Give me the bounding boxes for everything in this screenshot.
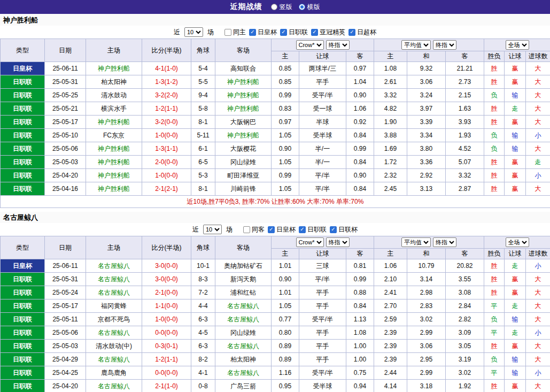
score-cell[interactable]: 3-0(0-0) <box>142 259 191 273</box>
header-group-row: 类型日期主场比分(半场)角球客场Crow*终指平均值终指全场 <box>1 39 550 51</box>
away-team-cell[interactable]: 名古屋鲸八 <box>215 313 272 326</box>
recent-count-select[interactable]: 10 <box>203 225 222 234</box>
home-team-cell[interactable]: 鹿岛鹿角 <box>86 366 142 380</box>
competition-cell: 日职联 <box>1 366 45 380</box>
score-cell[interactable]: 2-1(2-1) <box>142 182 191 196</box>
home-team-cell[interactable]: 名古屋鲸八 <box>86 326 142 340</box>
home-team-cell[interactable]: 神户胜利船 <box>86 169 142 182</box>
away-team-cell[interactable]: 名古屋鲸八 <box>215 340 272 353</box>
score-cell[interactable]: 2-1(1-0) <box>142 380 191 392</box>
scope-select[interactable]: 全场 <box>506 40 529 50</box>
result-goals-cell: 大 <box>526 313 550 326</box>
away-team-cell[interactable]: 大阪樱花 <box>215 142 272 156</box>
scope-select[interactable]: 全场 <box>506 237 529 247</box>
competition-checkbox[interactable]: ✓日超杯 <box>348 28 376 37</box>
score-cell[interactable]: 1-0(0-0) <box>142 313 191 326</box>
away-team-cell[interactable]: 川崎前锋 <box>215 182 272 196</box>
home-team-cell[interactable]: 横滨水手 <box>86 102 142 116</box>
home-team-cell[interactable]: 福冈黄蜂 <box>86 299 142 313</box>
avg-final-select[interactable]: 终指 <box>433 237 456 247</box>
away-team-cell[interactable]: 神户胜利船 <box>215 89 272 102</box>
score-cell[interactable]: 1-0(0-0) <box>142 169 191 182</box>
home-team-cell[interactable]: 神户胜利船 <box>86 182 142 196</box>
away-team-cell[interactable]: 柏太阳神 <box>215 353 272 366</box>
result-handicap-cell: 输 <box>505 366 526 380</box>
score-cell[interactable]: 1-2(1-1) <box>142 353 191 366</box>
away-team-cell[interactable]: 奥纳加钴矿石 <box>215 259 272 273</box>
odds-provider-select[interactable]: Crow* <box>296 40 324 50</box>
subheader-label: 和 <box>407 249 446 259</box>
home-team-cell[interactable]: 神户胜利船 <box>86 142 142 156</box>
away-team-cell[interactable]: 高知联合 <box>215 62 272 75</box>
away-team-cell[interactable]: 神户胜利船 <box>215 129 272 142</box>
competition-checkbox[interactable]: ✓日联杯 <box>330 225 358 234</box>
odds-final-select[interactable]: 终指 <box>326 40 350 50</box>
result-outcome-cell: 胜 <box>484 156 505 169</box>
away-team-cell[interactable]: 大阪钢巴 <box>215 116 272 129</box>
score-cell[interactable]: 1-2(1-1) <box>142 102 191 116</box>
checkbox-icon: ✓ <box>268 226 275 233</box>
avg-final-select[interactable]: 终指 <box>433 40 456 50</box>
score-cell[interactable]: 3-0(0-0) <box>142 273 191 286</box>
home-team-cell[interactable]: 柏太阳神 <box>86 75 142 89</box>
away-team-cell[interactable]: 神户胜利船 <box>215 102 272 116</box>
away-team-cell[interactable]: 浦和红钻 <box>215 286 272 299</box>
score-cell[interactable]: 2-0(0-0) <box>142 156 191 169</box>
away-team-cell[interactable]: 名古屋鲸八 <box>215 366 272 380</box>
competition-checkbox[interactable]: ✓日皇杯 <box>268 225 296 234</box>
competition-checkbox[interactable]: ✓亚冠精英 <box>311 28 345 37</box>
result-outcome-cell: 负 <box>484 142 505 156</box>
home-team-cell[interactable]: 名古屋鲸八 <box>86 273 142 286</box>
score-cell[interactable]: 1-0(0-0) <box>142 129 191 142</box>
avg-provider-select[interactable]: 平均值 <box>401 40 431 50</box>
home-team-cell[interactable]: 清水鼓动 <box>86 89 142 102</box>
score-cell[interactable]: 3-2(0-0) <box>142 116 191 129</box>
away-team-cell[interactable]: 广岛三箭 <box>215 380 272 392</box>
home-team-cell[interactable]: 名古屋鲸八 <box>86 380 142 392</box>
competition-checkbox[interactable]: ✓日皇杯 <box>249 28 277 37</box>
home-team-cell[interactable]: 名古屋鲸八 <box>86 286 142 299</box>
score-cell[interactable]: 3-2(2-0) <box>142 89 191 102</box>
away-team-cell[interactable]: 名古屋鲸八 <box>215 299 272 313</box>
home-team-cell[interactable]: FC东京 <box>86 129 142 142</box>
away-team-cell[interactable]: 新泻天鹅 <box>215 273 272 286</box>
home-team-cell[interactable]: 名古屋鲸八 <box>86 353 142 366</box>
result-handicap-cell: 输 <box>505 129 526 142</box>
column-header-3: 比分(半场) <box>142 236 191 259</box>
competition-checkbox[interactable]: ✓日职联 <box>280 28 308 37</box>
away-team-cell[interactable]: 神户胜利船 <box>215 75 272 89</box>
away-team-cell[interactable]: 冈山绿雉 <box>215 156 272 169</box>
away-team-cell[interactable]: 冈山绿雉 <box>215 326 272 340</box>
score-cell[interactable]: 0-0(0-0) <box>142 366 191 380</box>
recent-count-select[interactable]: 10 <box>184 27 203 37</box>
odds-final-select[interactable]: 终指 <box>326 237 350 247</box>
home-team-cell[interactable]: 清水鼓动(中) <box>86 340 142 353</box>
result-outcome-cell: 负 <box>484 353 505 366</box>
subheader-label: 进球数 <box>526 51 550 62</box>
score-cell[interactable]: 1-3(1-2) <box>142 75 191 89</box>
score-cell[interactable]: 2-1(0-0) <box>142 286 191 299</box>
score-cell[interactable]: 0-3(0-1) <box>142 340 191 353</box>
away-team-cell[interactable]: 町田泽维亚 <box>215 169 272 182</box>
home-team-cell[interactable]: 京都不死鸟 <box>86 313 142 326</box>
home-team-cell[interactable]: 神户胜利船 <box>86 156 142 169</box>
competition-checkbox[interactable]: ✓日职联 <box>299 225 327 234</box>
score-cell[interactable]: 1-3(1-1) <box>142 142 191 156</box>
competition-cell: 日职联 <box>1 169 45 182</box>
subheader-label: 主 <box>272 249 299 259</box>
date-cell: 25-05-17 <box>45 299 86 313</box>
same-venue-checkbox[interactable]: 同主 <box>224 28 246 37</box>
score-cell[interactable]: 4-1(1-0) <box>142 62 191 75</box>
avg-draw-cell: 3.06 <box>407 75 446 89</box>
corners-cell: 8-1 <box>191 116 215 129</box>
odds-provider-select[interactable]: Crow* <box>296 237 324 247</box>
score-cell[interactable]: 0-0(0-0) <box>142 326 191 340</box>
same-venue-checkbox[interactable]: 同客 <box>243 225 265 234</box>
score-cell[interactable]: 1-1(0-0) <box>142 299 191 313</box>
layout-radio-vertical[interactable]: 竖版 <box>271 3 292 12</box>
home-team-cell[interactable]: 神户胜利船 <box>86 62 142 75</box>
home-team-cell[interactable]: 神户胜利船 <box>86 116 142 129</box>
layout-radio-horizontal[interactable]: 横版 <box>299 3 320 12</box>
home-team-cell[interactable]: 名古屋鲸八 <box>86 259 142 273</box>
avg-provider-select[interactable]: 平均值 <box>401 237 431 247</box>
